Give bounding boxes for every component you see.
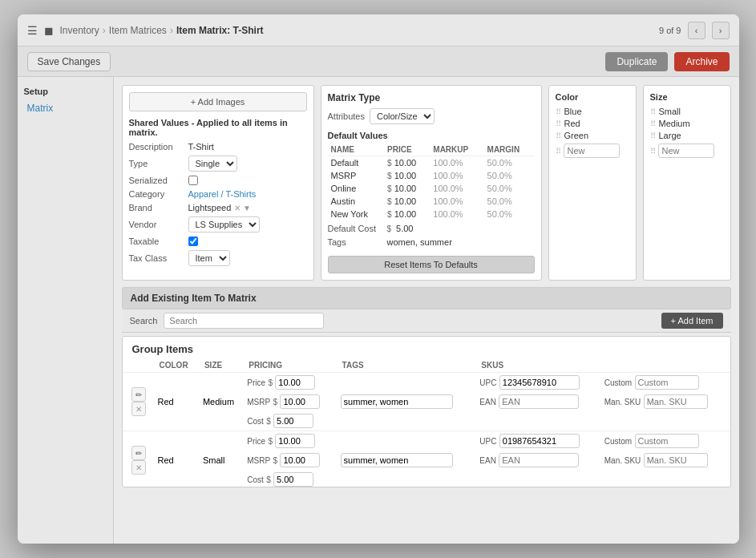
table-row: MSRP $ 10.00 100.0% 50.0% (328, 169, 535, 182)
man-sku-input[interactable] (644, 394, 708, 409)
upc-input[interactable] (499, 375, 580, 390)
custom-input[interactable] (635, 375, 699, 390)
color-panel: Color ⠿ Blue ⠿ Red ⠿ Green ⠿ (548, 85, 637, 281)
category-value[interactable]: Apparel / T-Shirts (188, 189, 257, 199)
ean-input[interactable] (499, 453, 579, 467)
duplicate-button[interactable]: Duplicate (605, 52, 668, 71)
size-new-input[interactable] (658, 144, 714, 158)
tags-input[interactable] (341, 453, 453, 467)
drag-handle-icon: ⠿ (556, 119, 561, 128)
cost-input[interactable] (273, 472, 313, 487)
col-color: COLOR (155, 358, 200, 373)
breadcrumb-sep1: › (103, 25, 106, 36)
msrp-input[interactable] (280, 394, 320, 409)
row-price: $ 10.00 (384, 156, 430, 170)
color-red-label: Red (564, 119, 580, 128)
msrp-input[interactable] (280, 453, 320, 467)
price-input[interactable] (275, 434, 315, 448)
taxable-label: Taxable (129, 237, 184, 246)
table-row: Online $ 10.00 100.0% 50.0% (328, 182, 535, 195)
row-ean-cell: EAN (476, 392, 600, 411)
color-new-row: ⠿ (556, 144, 629, 158)
vendor-row: Vendor LS Supplies (129, 216, 307, 232)
color-panel-title: Color (556, 92, 629, 102)
custom-input[interactable] (635, 434, 699, 448)
drag-handle-icon: ⠿ (650, 131, 656, 140)
add-images-button[interactable]: + Add Images (129, 92, 307, 111)
price-input[interactable] (275, 375, 315, 390)
breadcrumb-inventory[interactable]: Inventory (60, 25, 99, 36)
man-sku-input[interactable] (644, 453, 708, 467)
toolbar: Save Changes Duplicate Archive (18, 46, 739, 77)
row-tags (338, 373, 477, 431)
row-actions: ✏ ✕ (123, 431, 155, 487)
size-new-row: ⠿ (650, 144, 724, 158)
archive-button[interactable]: Archive (674, 52, 729, 71)
size-medium-label: Medium (659, 119, 690, 128)
ean-input[interactable] (499, 394, 579, 409)
row-msrp-cell: MSRP $ (244, 392, 337, 411)
sidebar-item-matrix[interactable]: Matrix (24, 101, 107, 115)
col-price: PRICE (384, 144, 430, 156)
delete-item-button[interactable]: ✕ (131, 460, 146, 475)
reset-defaults-button[interactable]: Reset Items To Defaults (328, 256, 535, 273)
breadcrumb-item-matrices[interactable]: Item Matrices (109, 25, 167, 36)
drag-handle-icon: ⠿ (650, 107, 656, 116)
next-page-button[interactable]: › (712, 22, 730, 39)
brand-field: Lightspeed ✕ ▼ (188, 203, 252, 212)
attributes-select[interactable]: Color/Size (370, 108, 435, 124)
row-size: Small (200, 431, 244, 487)
tax-class-select[interactable]: Item (188, 250, 230, 266)
edit-item-button[interactable]: ✏ (131, 446, 146, 460)
row-name: Default (328, 156, 385, 170)
row-manski-cell: Man. SKU (601, 392, 730, 411)
row-cost-cell: Cost $ (244, 470, 337, 487)
edit-item-button[interactable]: ✏ (131, 387, 146, 402)
col-custom (601, 358, 730, 373)
category-label: Category (129, 189, 184, 199)
color-item-red: ⠿ Red (556, 119, 629, 128)
shared-values-panel: + Add Images Shared Values - Applied to … (122, 85, 314, 281)
main-panel: + Add Images Shared Values - Applied to … (114, 77, 739, 544)
size-item-large: ⠿ Large (650, 131, 724, 140)
default-cost-row: Default Cost $ 5.00 (328, 224, 535, 233)
tags-input[interactable] (341, 394, 453, 409)
attributes-label: Attributes (328, 111, 365, 121)
upc-input[interactable] (499, 434, 580, 448)
color-new-input[interactable] (564, 144, 620, 158)
row-upc-cell: UPC (476, 373, 600, 393)
row-price: $ 10.00 (384, 169, 430, 182)
tax-class-label: Tax Class (129, 253, 184, 263)
size-large-label: Large (659, 131, 681, 140)
default-cost-label: Default Cost (328, 224, 382, 233)
type-select[interactable]: Single (188, 156, 237, 172)
taxable-row: Taxable (129, 237, 307, 246)
brand-row: Brand Lightspeed ✕ ▼ (129, 203, 307, 212)
brand-clear-icon[interactable]: ✕ ▼ (234, 204, 251, 212)
shared-values-title: Shared Values - Applied to all items in … (129, 118, 307, 137)
titlebar-left: ☰ ◼ Inventory › Item Matrices › Item Mat… (27, 24, 659, 37)
hamburger-icon[interactable]: ☰ (27, 24, 38, 37)
prev-page-button[interactable]: ‹ (688, 22, 705, 39)
search-row: Search + Add Item (122, 309, 731, 333)
col-skus: SKUS (476, 358, 600, 373)
vendor-select[interactable]: LS Supplies (188, 216, 260, 232)
row-margin: 50.0% (484, 169, 535, 182)
row-margin: 50.0% (484, 195, 535, 208)
group-items-scroll[interactable]: COLOR SIZE PRICING TAGS SKUS ✏ ✕ Red Med… (123, 358, 730, 487)
row-tags (338, 431, 477, 487)
tags-label: Tags (328, 237, 382, 247)
col-markup: MARKUP (430, 144, 483, 156)
taxable-checkbox[interactable] (188, 237, 198, 246)
save-changes-button[interactable]: Save Changes (27, 52, 111, 71)
add-item-button[interactable]: + Add Item (661, 313, 723, 329)
add-existing-title: Add Existing Item To Matrix (131, 293, 257, 304)
row-manski-cell: Man. SKU (601, 451, 730, 470)
row-ean-cell: EAN (476, 451, 600, 470)
delete-item-button[interactable]: ✕ (131, 402, 146, 416)
attributes-row: Attributes Color/Size (328, 108, 535, 124)
serialized-checkbox[interactable] (188, 176, 198, 185)
cost-input[interactable] (273, 414, 313, 428)
search-input[interactable] (164, 313, 324, 329)
color-green-label: Green (564, 131, 589, 140)
